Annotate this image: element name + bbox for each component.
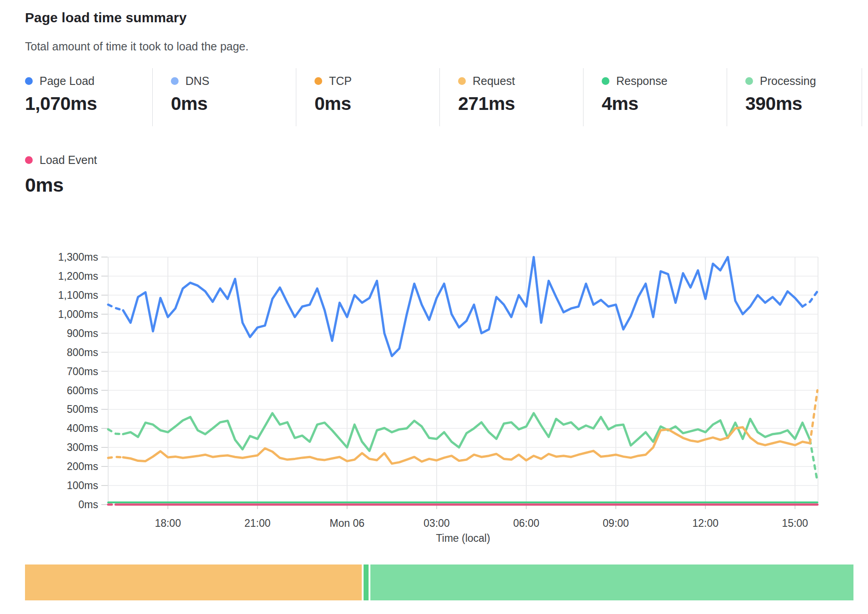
y-axis-label: 500ms (67, 403, 98, 415)
stat-tcp[interactable]: TCP0ms (296, 68, 440, 126)
legend-dot (602, 77, 609, 85)
stat-load-event[interactable]: Load Event0ms (25, 154, 97, 196)
series-dashed-tail (810, 440, 817, 482)
x-axis-label: 18:00 (155, 517, 181, 529)
x-axis-label: 15:00 (782, 517, 808, 529)
y-axis-label: 900ms (67, 327, 98, 339)
stat-label: Response (616, 74, 668, 88)
y-axis-label: 1,100ms (58, 289, 98, 301)
y-axis-label: 600ms (67, 385, 98, 396)
stat-head: Request (458, 74, 583, 88)
x-axis-label: 21:00 (244, 517, 271, 529)
stat-head: TCP (314, 74, 439, 88)
x-axis-label: Mon 06 (329, 517, 364, 529)
y-axis-label: 800ms (67, 347, 98, 358)
page-subtitle: Total amount of time it took to load the… (25, 40, 249, 53)
series-dashed-tail (803, 292, 818, 307)
stat-value: 4ms (602, 93, 727, 114)
metrics-legend-row: Page Load1,070msDNS0msTCP0msRequest271ms… (25, 68, 862, 126)
series-dashed-head (108, 457, 123, 458)
y-axis-label: 0ms (79, 499, 98, 510)
series-page-load (123, 257, 803, 356)
stat-processing[interactable]: Processing390ms (727, 68, 862, 126)
stat-response[interactable]: Response4ms (584, 68, 727, 126)
range-bar-segment-request-phase[interactable] (25, 564, 362, 600)
stat-dns[interactable]: DNS0ms (153, 68, 296, 126)
stat-label: Page Load (40, 74, 95, 88)
legend-dot (458, 77, 466, 85)
range-bar-segment-marker[interactable] (364, 564, 369, 600)
stat-head: Processing (745, 74, 862, 88)
y-axis-label: 100ms (67, 480, 98, 491)
page-load-summary-panel: Page load time summary Total amount of t… (0, 0, 868, 614)
stat-value: 390ms (745, 93, 862, 114)
stat-value: 1,070ms (25, 93, 152, 114)
range-bar-segment-response-phase[interactable] (370, 564, 853, 600)
stat-label: Processing (760, 74, 816, 88)
y-axis-label: 700ms (67, 366, 98, 377)
stat-head: Page Load (25, 74, 152, 88)
series-processing (123, 413, 810, 451)
y-axis-label: 300ms (67, 441, 98, 453)
stat-head: Load Event (25, 154, 97, 167)
y-axis-label: 1,200ms (58, 270, 98, 282)
y-axis-label: 1,300ms (58, 251, 98, 263)
x-axis-label: 09:00 (603, 517, 629, 529)
stat-value: 271ms (458, 93, 583, 114)
legend-dot (314, 77, 322, 85)
load-event-slot: Load Event0ms (25, 154, 97, 196)
x-axis-label: 12:00 (692, 517, 718, 529)
time-range-bar[interactable] (25, 564, 853, 600)
stat-label: Load Event (40, 154, 97, 167)
x-axis-label: 06:00 (513, 517, 539, 529)
legend-dot (171, 77, 179, 85)
stat-value: 0ms (171, 93, 296, 114)
stat-label: TCP (329, 74, 352, 88)
series-dashed-tail (810, 391, 817, 444)
series-dashed-head (108, 429, 123, 434)
stat-value: 0ms (314, 93, 439, 114)
stat-head: Response (602, 74, 727, 88)
series-dashed-head (108, 305, 123, 311)
legend-dot (745, 77, 753, 85)
stat-request[interactable]: Request271ms (440, 68, 584, 126)
stat-value: 0ms (25, 174, 97, 196)
y-axis-label: 1,000ms (58, 308, 98, 320)
legend-dot (25, 156, 33, 164)
stat-label: Request (473, 74, 515, 88)
stat-page-load[interactable]: Page Load1,070ms (25, 68, 153, 126)
load-time-chart[interactable]: 0ms100ms200ms300ms400ms500ms600ms700ms80… (0, 200, 868, 559)
stat-head: DNS (171, 74, 296, 88)
x-axis-label: 03:00 (424, 517, 450, 529)
page-title: Page load time summary (25, 10, 187, 25)
y-axis-label: 200ms (67, 460, 98, 472)
x-axis-title: Time (local) (436, 532, 490, 544)
stat-label: DNS (185, 74, 210, 88)
y-axis-label: 400ms (67, 422, 98, 434)
legend-dot (25, 77, 33, 85)
